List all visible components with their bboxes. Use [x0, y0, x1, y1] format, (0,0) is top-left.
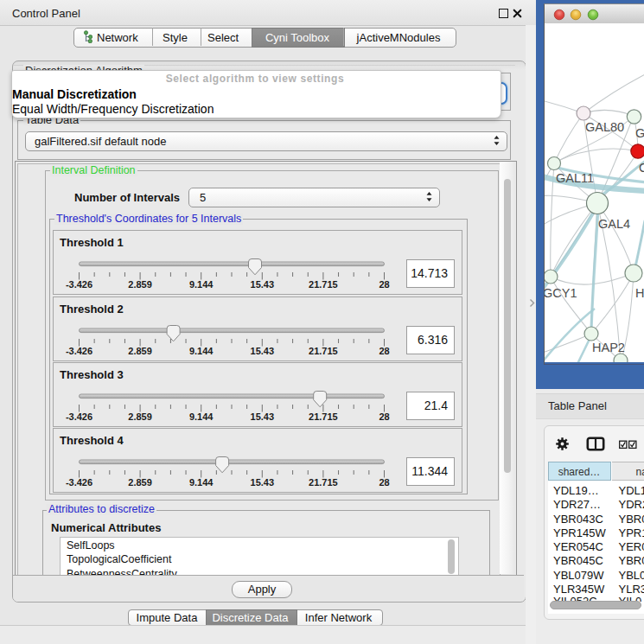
svg-text:-3.426: -3.426 [66, 411, 92, 421]
svg-text:21.715: 21.715 [309, 476, 338, 487]
svg-text:21.715: 21.715 [309, 345, 338, 355]
svg-text:Threshold 1: Threshold 1 [60, 236, 124, 249]
svg-text:15.43: 15.43 [251, 345, 275, 355]
svg-text:H: H [635, 286, 644, 300]
svg-text:9.144: 9.144 [189, 476, 214, 487]
svg-text:28: 28 [379, 476, 389, 487]
svg-text:15.43: 15.43 [251, 411, 275, 421]
svg-text:2.859: 2.859 [128, 411, 152, 421]
svg-text:2.859: 2.859 [128, 476, 152, 487]
svg-text:GAL4: GAL4 [598, 217, 630, 231]
svg-text:GA: GA [635, 126, 644, 140]
svg-text:HAP2: HAP2 [592, 341, 625, 354]
svg-text:C: C [639, 161, 644, 175]
svg-text:GAL11: GAL11 [556, 171, 594, 185]
svg-text:GAL80: GAL80 [585, 120, 624, 134]
svg-text:21.715: 21.715 [309, 279, 338, 290]
svg-text:-3.426: -3.426 [66, 345, 92, 355]
svg-text:Threshold 4: Threshold 4 [60, 433, 124, 446]
svg-text:28: 28 [379, 279, 389, 290]
svg-text:15.43: 15.43 [251, 476, 275, 487]
svg-text:21.715: 21.715 [309, 411, 338, 421]
svg-text:-3.426: -3.426 [66, 476, 92, 487]
svg-text:Threshold 3: Threshold 3 [60, 367, 124, 380]
svg-text:2.859: 2.859 [128, 345, 152, 355]
svg-text:15.43: 15.43 [251, 279, 275, 290]
svg-text:-3.426: -3.426 [66, 279, 92, 290]
svg-text:9.144: 9.144 [189, 345, 214, 355]
svg-text:9.144: 9.144 [189, 411, 214, 421]
svg-text:GCY1: GCY1 [545, 286, 577, 300]
svg-text:28: 28 [379, 411, 389, 421]
svg-text:28: 28 [379, 345, 389, 355]
svg-text:Threshold 2: Threshold 2 [60, 302, 124, 315]
svg-text:9.144: 9.144 [189, 279, 214, 290]
svg-text:2.859: 2.859 [128, 279, 152, 290]
